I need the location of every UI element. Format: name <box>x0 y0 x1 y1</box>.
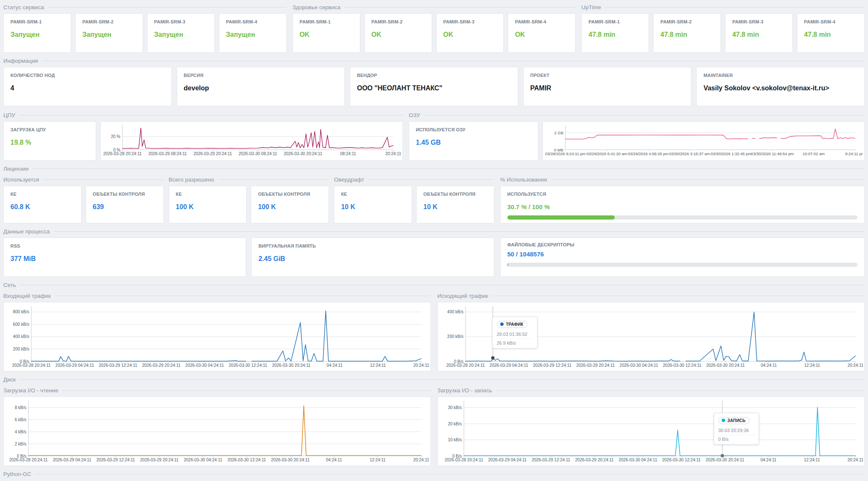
section-title-cpu: ЦПУ <box>3 111 403 119</box>
network-out-tooltip: ТРАФИК 29.03 01:36:52 26.9 kB/s <box>492 317 537 348</box>
svg-text:2026-03-29 12:24:11: 2026-03-29 12:24:11 <box>533 363 572 368</box>
disk-read-group: Загрузка I/O - чтение 0 B/s2 kB/s4 kB/s6… <box>3 386 431 466</box>
ram-chart[interactable]: 0 MB2 GB03/28/2026 8:24:11 pm03/29/2026 … <box>545 123 863 159</box>
virtual-memory-card: ВИРТУАЛЬНАЯ ПАМЯТЬ 2.45 GiB <box>251 238 494 277</box>
svg-text:2026-03-28 20:24:11: 2026-03-28 20:24:11 <box>444 458 483 462</box>
card-value: Запущен <box>226 31 280 38</box>
card-label: КОЛИЧЕСТВО НОД <box>10 73 165 78</box>
card-value: PAMIR <box>530 84 685 92</box>
section-licenses: Лицензии Используется КЕ 60.8 K ОБЪЕКТЫ … <box>3 165 865 223</box>
license-group-title: Овердрафт <box>334 176 494 183</box>
tooltip-value: 0 B/s <box>718 435 754 442</box>
svg-text:03/28/2026 8:24:11 pm: 03/28/2026 8:24:11 pm <box>545 151 585 156</box>
svg-text:03/30/2026 1:32:45 pm: 03/30/2026 1:32:45 pm <box>710 151 751 156</box>
svg-text:20:24:11: 20:24:11 <box>847 363 863 368</box>
card-label: ВИРТУАЛЬНАЯ ПАМЯТЬ <box>258 243 487 248</box>
card-label: PAMIR-SRM-3 <box>154 19 208 24</box>
status-card: PAMIR-SRM-1 Запущен <box>3 13 71 53</box>
svg-text:2026-03-29 04:24:11: 2026-03-29 04:24:11 <box>53 458 92 462</box>
card-label: PAMIR-SRM-2 <box>660 19 714 24</box>
ram-chart-card[interactable]: 0 MB2 GB03/28/2026 8:24:11 pm03/29/2026 … <box>542 121 865 161</box>
card-label: ЗАГРУЗКА ЦПУ <box>10 127 89 132</box>
card-label: RSS <box>10 243 239 248</box>
network-out-chart-card[interactable]: 0 B/s200 kB/s400 kB/s2026-03-28 20:24:11… <box>438 302 865 371</box>
license-group-overdraft: Овердрафт КЕ 10 K ОБЪЕКТЫ КОНТРОЛЯ 10 K <box>334 175 494 223</box>
network-out-title: Исходящий трафик <box>438 292 865 299</box>
svg-text:2026-03-30 12:24:11: 2026-03-30 12:24:11 <box>227 458 266 462</box>
license-groups: Используется КЕ 60.8 K ОБЪЕКТЫ КОНТРОЛЯ … <box>3 175 494 223</box>
info-card-vendor: ВЕНДОР ООО "НЕОЛАНТ ТЕНАКС" <box>350 67 518 106</box>
card-label: ИСПОЛЬЗУЕТСЯ ОЗУ <box>416 127 531 132</box>
network-in-chart-card[interactable]: 0 B/s200 kB/s400 kB/s600 kB/s800 kB/s202… <box>3 302 431 371</box>
svg-text:2 GB: 2 GB <box>554 130 563 135</box>
svg-text:4 kB/s: 4 kB/s <box>15 430 26 434</box>
svg-text:2026-03-29 04:24:11: 2026-03-29 04:24:11 <box>56 363 94 368</box>
cpu-chart[interactable]: 0 %20 %2026-03-28 20:24:112026-03-29 08:… <box>102 123 401 159</box>
disk-read-chart[interactable]: 0 B/s2 kB/s4 kB/s6 kB/s8 kB/s2026-03-28 … <box>5 398 429 465</box>
section-title-ram: ОЗУ <box>409 111 865 119</box>
usage-progress-bar <box>507 215 858 220</box>
disk-read-chart-card[interactable]: 0 B/s2 kB/s4 kB/s6 kB/s8 kB/s2026-03-28 … <box>3 397 431 466</box>
tooltip-time: 29.03 01:36:52 <box>497 330 533 339</box>
svg-text:2026-03-30 12:24:11: 2026-03-30 12:24:11 <box>662 458 701 462</box>
info-card-nodes: КОЛИЧЕСТВО НОД 4 <box>3 67 172 106</box>
card-label: ФАЙЛОВЫЕ ДЕСКРИПТОРЫ <box>507 242 858 247</box>
section-health: Здоровье сервиса PAMIR-SRM-1 OK PAMIR-SR… <box>293 3 576 53</box>
svg-text:2026-03-29 08:24:11: 2026-03-29 08:24:11 <box>148 151 187 156</box>
disk-write-chart-card[interactable]: 0 B/s10 kB/s20 kB/s30 kB/s2026-03-28 20:… <box>438 397 865 466</box>
section-status: Статус сервиса PAMIR-SRM-1 Запущен PAMIR… <box>3 3 287 53</box>
network-out-group: Исходящий трафик 0 B/s200 kB/s400 kB/s20… <box>438 291 865 371</box>
uptime-card: PAMIR-SRM-4 47.8 min <box>797 13 865 53</box>
svg-text:20 kB/s: 20 kB/s <box>448 422 461 426</box>
svg-text:2026-03-29 12:24:11: 2026-03-29 12:24:11 <box>99 363 137 368</box>
card-value: 47.8 min <box>732 31 786 38</box>
license-card: КЕ 10 K <box>334 186 412 223</box>
disk-write-tooltip: ЗАПИСЬ 30.03 20:29:36 0 B/s <box>714 413 759 445</box>
status-card: PAMIR-SRM-4 Запущен <box>219 13 287 53</box>
file-descriptors-card: ФАЙЛОВЫЕ ДЕСКРИПТОРЫ 50 / 1048576 <box>500 238 865 277</box>
section-uptime: UpTime PAMIR-SRM-1 47.8 min PAMIR-SRM-2 … <box>581 3 865 53</box>
license-group-title: Всего разрешено <box>169 176 329 183</box>
license-group-allowed: Всего разрешено КЕ 100 K ОБЪЕКТЫ КОНТРОЛ… <box>169 175 329 223</box>
rss-card: RSS 377 MiB <box>3 238 246 277</box>
network-in-title: Входящий трафик <box>3 292 431 299</box>
section-title-network: Сеть <box>3 281 865 289</box>
card-label: PAMIR-SRM-1 <box>588 19 642 24</box>
svg-text:2026-03-28 20:24:11: 2026-03-28 20:24:11 <box>9 458 48 462</box>
card-value: 639 <box>93 203 157 211</box>
network-in-chart[interactable]: 0 B/s200 kB/s400 kB/s600 kB/s800 kB/s202… <box>5 303 429 370</box>
card-value: OK <box>515 31 568 38</box>
card-label: PAMIR-SRM-2 <box>82 19 136 24</box>
card-value: 2.45 GiB <box>258 255 487 263</box>
license-card: ОБЪЕКТЫ КОНТРОЛЯ 100 K <box>251 186 329 223</box>
card-label: MAINTAINER <box>703 73 858 78</box>
card-value: OK <box>372 31 425 38</box>
svg-text:20:24:11: 20:24:11 <box>847 458 863 462</box>
file-descriptors-group: ФАЙЛОВЫЕ ДЕСКРИПТОРЫ 50 / 1048576 <box>500 238 865 277</box>
info-card-version: ВЕРСИЯ develop <box>177 67 345 106</box>
svg-text:8:24:11 pm: 8:24:11 pm <box>845 151 863 156</box>
section-disk: Диск Загрузка I/O - чтение 0 B/s2 kB/s4 … <box>3 376 865 466</box>
series-dot-icon <box>500 322 504 326</box>
fd-progress-bar <box>507 263 858 267</box>
svg-text:12:24:11: 12:24:11 <box>804 363 820 368</box>
disk-write-chart[interactable]: 0 B/s10 kB/s20 kB/s30 kB/s2026-03-28 20:… <box>440 398 863 465</box>
info-card-project: ПРОЕКТ PAMIR <box>523 67 692 106</box>
svg-text:04:24:11: 04:24:11 <box>761 363 777 368</box>
svg-text:20 %: 20 % <box>111 134 120 139</box>
section-process: Данные процесса RSS 377 MiB ВИРТУАЛЬНАЯ … <box>3 228 865 277</box>
svg-text:04:24:11: 04:24:11 <box>326 458 342 462</box>
svg-text:2026-03-30 20:24:11: 2026-03-30 20:24:11 <box>271 458 310 462</box>
svg-text:2026-03-30 04:24:11: 2026-03-30 04:24:11 <box>186 363 224 368</box>
svg-text:400 kB/s: 400 kB/s <box>13 334 29 339</box>
svg-text:2026-03-30 20:24:11: 2026-03-30 20:24:11 <box>705 458 744 462</box>
svg-text:2026-03-29 04:24:11: 2026-03-29 04:24:11 <box>489 363 528 368</box>
health-card: PAMIR-SRM-3 OK <box>436 13 504 53</box>
card-value: 100 K <box>258 203 322 211</box>
card-value: Vasily Sokolov <v.sokolov@tenax-it.ru> <box>703 84 858 92</box>
section-title-gc: Python-GC <box>3 470 865 478</box>
card-label: PAMIR-SRM-2 <box>372 19 425 24</box>
cpu-chart-card[interactable]: 0 %20 %2026-03-28 20:24:112026-03-29 08:… <box>100 121 403 161</box>
card-value: 377 MiB <box>10 255 239 263</box>
svg-text:03/29/2026 4:58:28 pm: 03/29/2026 4:58:28 pm <box>628 151 669 156</box>
